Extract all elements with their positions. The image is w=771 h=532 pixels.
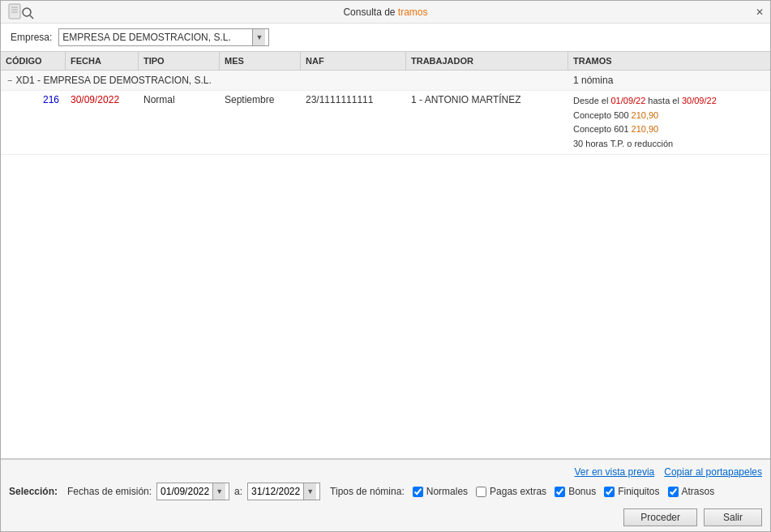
checkbox-normales-input[interactable] <box>413 487 423 497</box>
checkbox-bonus-label[interactable]: Bonus <box>568 486 596 497</box>
col-fecha: FECHA <box>66 52 139 70</box>
cell-tramos: Desde el 01/09/22 hasta el 30/09/22 Conc… <box>568 91 770 154</box>
cell-trabajador: 1 - ANTONIO MARTÍNEZ <box>406 91 568 109</box>
col-tramos: TRAMOS <box>568 52 770 70</box>
checkbox-finiquitos-label[interactable]: Finiquitos <box>618 486 659 497</box>
seleccion-row: Selección: Fechas de emisión: 01/09/2022… <box>9 479 762 504</box>
fechas-label: Fechas de emisión: <box>67 486 152 497</box>
checkbox-bonus-input[interactable] <box>555 487 565 497</box>
bottom-area: Ver en vista previa Copiar al portapapel… <box>1 459 770 531</box>
checkbox-bonus: Bonus <box>555 486 596 497</box>
col-naf: NAF <box>301 52 406 70</box>
fecha-hasta-label: a: <box>234 486 242 497</box>
col-codigo: CÓDIGO <box>1 52 66 70</box>
checkbox-normales: Normales <box>413 486 468 497</box>
table-row[interactable]: 216 30/09/2022 Normal Septiembre 23/1111… <box>1 91 770 155</box>
fecha-desde-value: 01/09/2022 <box>161 486 212 497</box>
table-body: − XD1 - EMPRESA DE DEMOSTRACION, S.L. 1 … <box>1 71 770 458</box>
tipos-group: Tipos de nómina: Normales Pagas extras B… <box>330 486 714 497</box>
tipos-label: Tipos de nómina: <box>330 486 405 497</box>
svg-rect-0 <box>9 4 20 19</box>
main-window: Consulta de tramos ✕ Empresa: EMPRESA DE… <box>0 0 771 532</box>
checkbox-finiquitos-input[interactable] <box>604 487 615 497</box>
empresa-select[interactable]: EMPRESA DE DEMOSTRACION, S.L. ▼ <box>58 28 269 46</box>
checkbox-normales-label[interactable]: Normales <box>426 486 468 497</box>
col-mes: MES <box>220 52 301 70</box>
tramos-line-4: 30 horas T.P. o reducción <box>573 137 765 152</box>
collapse-icon[interactable]: − <box>7 75 12 85</box>
preview-row: Ver en vista previa Copiar al portapapel… <box>9 463 762 479</box>
window-doc-icon <box>7 2 36 22</box>
tramos-line-1: Desde el 01/09/22 hasta el 30/09/22 <box>573 94 765 109</box>
checkbox-pagas-extras-input[interactable] <box>476 487 486 497</box>
seleccion-label: Selección: <box>9 486 58 497</box>
title-bar: Consulta de tramos ✕ <box>1 1 770 24</box>
fecha-hasta-input[interactable]: 31/12/2022 ▼ <box>247 483 320 500</box>
fecha-desde-input[interactable]: 01/09/2022 ▼ <box>156 483 229 500</box>
title-bar-icons <box>7 1 36 23</box>
action-row: Proceder Salir <box>9 504 762 531</box>
checkbox-pagas-extras-label[interactable]: Pagas extras <box>490 486 546 497</box>
checkbox-atrasos-input[interactable] <box>668 487 679 497</box>
fecha-hasta-arrow[interactable]: ▼ <box>303 483 316 500</box>
cell-naf: 23/1111111111 <box>301 91 406 109</box>
group-nominas: 1 nómina <box>568 71 770 90</box>
cell-fecha: 30/09/2022 <box>66 91 139 109</box>
svg-point-4 <box>23 8 31 16</box>
window-icon-area <box>7 2 36 22</box>
ver-vista-previa-link[interactable]: Ver en vista previa <box>575 466 655 478</box>
empresa-dropdown-arrow[interactable]: ▼ <box>252 29 265 45</box>
checkbox-atrasos-label[interactable]: Atrasos <box>682 486 715 497</box>
empresa-label: Empresa: <box>11 32 52 43</box>
cell-mes: Septiembre <box>220 91 301 109</box>
fecha-desde-arrow[interactable]: ▼ <box>212 483 225 500</box>
empresa-row: Empresa: EMPRESA DE DEMOSTRACION, S.L. ▼ <box>1 24 770 51</box>
salir-button[interactable]: Salir <box>704 508 762 526</box>
group-name: XD1 - EMPRESA DE DEMOSTRACION, S.L. <box>15 75 211 86</box>
close-button[interactable]: ✕ <box>752 5 767 19</box>
checkbox-pagas-extras: Pagas extras <box>476 486 546 497</box>
checkbox-atrasos: Atrasos <box>668 486 715 497</box>
cell-codigo: 216 <box>1 91 66 109</box>
window-title: Consulta de tramos <box>343 6 427 18</box>
tramos-line-2: Concepto 500 210,90 <box>573 109 765 123</box>
col-trabajador: TRABAJADOR <box>406 52 568 70</box>
fecha-hasta-value: 31/12/2022 <box>251 486 303 497</box>
svg-line-5 <box>30 15 33 19</box>
empresa-value: EMPRESA DE DEMOSTRACION, S.L. <box>62 32 252 43</box>
fechas-group: Fechas de emisión: 01/09/2022 ▼ a: 31/12… <box>67 483 320 500</box>
proceder-button[interactable]: Proceder <box>623 508 697 526</box>
checkbox-finiquitos: Finiquitos <box>604 486 659 497</box>
group-header-cell: − XD1 - EMPRESA DE DEMOSTRACION, S.L. <box>1 71 568 90</box>
copiar-portapapeles-link[interactable]: Copiar al portapapeles <box>664 466 762 478</box>
group-row: − XD1 - EMPRESA DE DEMOSTRACION, S.L. 1 … <box>1 71 770 91</box>
cell-tipo: Normal <box>139 91 220 109</box>
table-header: CÓDIGO FECHA TIPO MES NAF TRABAJADOR TRA… <box>1 52 770 71</box>
table-area: CÓDIGO FECHA TIPO MES NAF TRABAJADOR TRA… <box>1 51 770 459</box>
tramos-line-3: Concepto 601 210,90 <box>573 122 765 137</box>
col-tipo: TIPO <box>139 52 220 70</box>
